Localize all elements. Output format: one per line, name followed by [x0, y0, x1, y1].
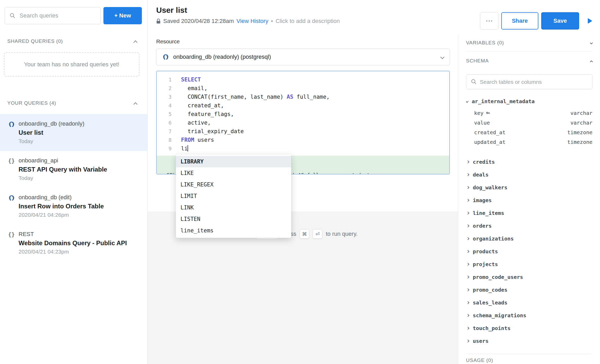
autocomplete-item[interactable]: LISTEN [176, 213, 291, 225]
chevron-right-icon [466, 339, 469, 342]
chevron-right-icon [466, 237, 469, 240]
table-name: images [473, 197, 492, 203]
search-icon [471, 79, 477, 85]
more-options-button[interactable]: ⋯ [480, 12, 498, 30]
queries-sidebar: + New SHARED QUERIES (0) Your team has n… [0, 0, 148, 364]
table-name: promo_code_users [473, 274, 523, 280]
schema-sidebar: VARIABLES (0) SCHEMA ar_internal_metadat… [458, 34, 600, 364]
line-number: 8 [157, 136, 172, 144]
query-search-input[interactable] [5, 7, 101, 24]
key-icon [486, 111, 490, 115]
share-button[interactable]: Share [501, 12, 538, 30]
chevron-right-icon [466, 275, 469, 278]
lock-icon [156, 18, 161, 24]
schema-table-row[interactable]: promo_code_users [466, 271, 592, 283]
schema-table-row[interactable]: touch_points [466, 322, 592, 334]
query-resource-name: REST [19, 231, 127, 238]
schema-search-input[interactable] [466, 74, 592, 89]
line-number: 2 [157, 84, 172, 93]
schema-column-row[interactable]: valuevarchar [466, 118, 592, 127]
schema-column-row[interactable]: created_attimezone [466, 127, 592, 137]
code-line: created_at, [181, 101, 330, 110]
schema-column-row[interactable]: updated_attimezone [466, 137, 592, 147]
table-name: ar_internal_metadata [472, 98, 535, 104]
postgres-icon [8, 194, 15, 218]
collapse-your-queries-icon[interactable] [133, 102, 138, 106]
table-name: users [473, 338, 488, 344]
table-name: promo_codes [473, 287, 507, 293]
query-date: Today [19, 138, 84, 145]
autocomplete-item[interactable]: LIKE_REGEX [176, 179, 291, 190]
query-list-item[interactable]: {}onboarding_apiREST API Query with Vari… [0, 151, 147, 188]
run-query-button[interactable] [585, 17, 593, 25]
shared-queries-header: SHARED QUERIES (0) [7, 38, 63, 44]
usage-header: USAGE (0) [466, 357, 493, 363]
schema-table-row[interactable]: images [466, 194, 592, 207]
query-search [5, 7, 101, 24]
table-name: line_items [473, 210, 504, 216]
schema-table-row[interactable]: credits [466, 155, 592, 168]
line-number: 7 [157, 127, 172, 136]
query-list-item[interactable]: onboarding_db (edit)Insert Row into Orde… [0, 188, 147, 225]
chevron-right-icon [466, 288, 469, 291]
schema-table-row[interactable]: line_items [466, 207, 592, 219]
query-list-item[interactable]: onboarding_db (readonly)User listToday [0, 114, 147, 151]
schema-table-row[interactable]: deals [466, 168, 592, 181]
schema-table-row[interactable]: users [466, 334, 592, 347]
query-header-bar: User list Saved 2020/04/28 12:28am View … [148, 0, 600, 34]
query-list-item[interactable]: {}RESTWebsite Domains Query - Public API… [0, 225, 147, 261]
collapse-shared-queries-icon[interactable] [133, 40, 138, 44]
schema-table-row[interactable]: organizations [466, 232, 592, 245]
query-list: onboarding_db (readonly)User listToday{}… [0, 114, 147, 261]
table-name: orders [473, 223, 492, 229]
autocomplete-item[interactable]: LIBRARY [176, 156, 291, 167]
usage-section: USAGE (0) [466, 354, 592, 364]
code-line: email, [181, 84, 330, 93]
code-line: FROM users [181, 136, 330, 144]
column-type: timezone [567, 139, 592, 145]
schema-table-row[interactable]: products [466, 245, 592, 258]
column-type: varchar [570, 120, 592, 126]
query-title: REST API Query with Variable [19, 165, 107, 173]
table-name: products [473, 248, 498, 255]
autocomplete-item[interactable]: LINK [176, 202, 291, 213]
schema-tables: creditsdealsdog_walkersimagesline_itemso… [466, 155, 592, 347]
schema-table-row[interactable]: promo_codes [466, 283, 592, 296]
api-icon: {} [8, 157, 15, 181]
save-button[interactable]: Save [541, 12, 579, 30]
schema-table-row[interactable]: orders [466, 219, 592, 232]
query-title: User list [19, 128, 84, 137]
chevron-down-icon[interactable] [590, 41, 593, 44]
code-lines[interactable]: SELECT email, CONCAT(first_name, last_na… [181, 75, 330, 153]
column-name: key [474, 110, 484, 116]
schema-table-row[interactable]: projects [466, 258, 592, 271]
line-number: 9 [157, 144, 172, 153]
api-icon: {} [8, 231, 15, 255]
line-number: 6 [157, 119, 172, 127]
run-hint-suffix: to run query. [326, 231, 358, 237]
column-type: timezone [567, 129, 592, 136]
page-title: User list [156, 5, 340, 15]
column-name: created_at [474, 129, 505, 136]
schema-column-row[interactable]: keyvarchar [466, 108, 592, 118]
line-number: 1 [157, 75, 172, 84]
text-cursor [188, 145, 188, 151]
autocomplete-item[interactable]: LIMIT [176, 190, 291, 202]
schema-table-row[interactable]: sales_leads [466, 296, 592, 309]
view-history-link[interactable]: View History [236, 18, 268, 25]
query-title: Insert Row into Orders Table [19, 202, 104, 210]
description-placeholder[interactable]: Click to add a description [276, 18, 340, 25]
chevron-right-icon [466, 186, 469, 189]
schema-table-row[interactable]: dog_walkers [466, 181, 592, 194]
empty-state-text: Your team has no shared queries yet! [24, 61, 119, 68]
autocomplete-item[interactable]: line_items [176, 225, 291, 236]
schema-table-row[interactable]: schema_migrations [466, 309, 592, 322]
resource-select[interactable]: onboarding_db (readonly) (postgresql) [156, 49, 450, 65]
autocomplete-item[interactable]: LIKE [176, 167, 291, 179]
code-line: trial_expiry_date [181, 127, 330, 136]
schema-table-expanded[interactable]: ar_internal_metadata [466, 96, 592, 107]
new-query-button[interactable]: + New [103, 7, 142, 24]
chevron-right-icon [466, 199, 469, 202]
chevron-right-icon [466, 212, 469, 214]
chevron-up-icon[interactable] [590, 60, 593, 63]
